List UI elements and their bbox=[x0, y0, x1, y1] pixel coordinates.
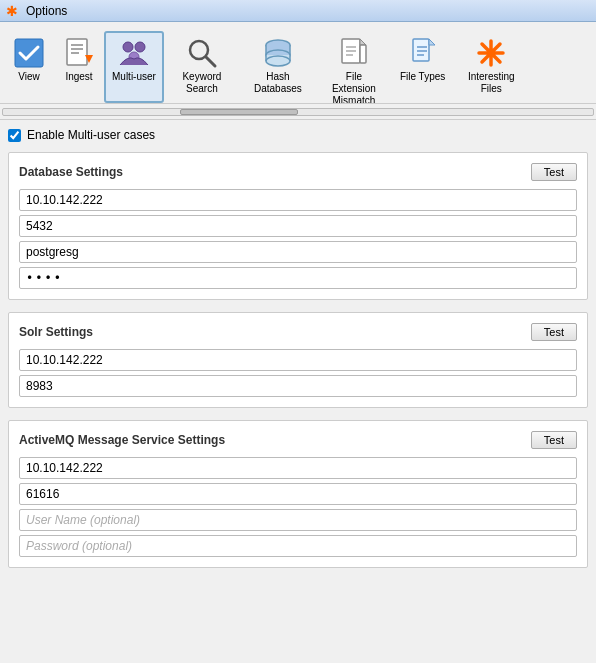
svg-rect-22 bbox=[413, 39, 429, 61]
db-password-input[interactable] bbox=[19, 267, 577, 289]
solr-host-input[interactable] bbox=[19, 349, 577, 371]
activemq-settings-header: ActiveMQ Message Service Settings Test bbox=[19, 431, 577, 449]
toolbar-item-hash-databases[interactable]: Hash Databases bbox=[240, 31, 316, 103]
svg-marker-23 bbox=[429, 39, 435, 45]
hash-databases-label: Hash Databases bbox=[248, 71, 308, 95]
enable-multiuser-checkbox[interactable] bbox=[8, 129, 21, 142]
multiuser-icon bbox=[118, 37, 150, 69]
interesting-files-label: Interesting Files bbox=[461, 71, 521, 95]
keyword-search-icon bbox=[186, 37, 218, 69]
activemq-settings-group: ActiveMQ Message Service Settings Test bbox=[8, 420, 588, 568]
interesting-files-icon bbox=[475, 37, 507, 69]
svg-point-15 bbox=[266, 56, 290, 66]
title-bar: ✱ Options bbox=[0, 0, 596, 22]
scrollbar-track[interactable] bbox=[2, 108, 594, 116]
solr-settings-group: Solr Settings Test bbox=[8, 312, 588, 408]
view-label: View bbox=[18, 71, 40, 83]
toolbar-item-file-extension-mismatch[interactable]: File Extension Mismatch bbox=[316, 31, 392, 103]
database-settings-header: Database Settings Test bbox=[19, 163, 577, 181]
file-extension-mismatch-icon bbox=[338, 37, 370, 69]
database-settings-title: Database Settings bbox=[19, 165, 123, 179]
view-icon bbox=[13, 37, 45, 69]
file-types-label: File Types bbox=[400, 71, 445, 83]
main-content: Enable Multi-user cases Database Setting… bbox=[0, 120, 596, 663]
db-user-input[interactable] bbox=[19, 241, 577, 263]
scrollbar-thumb[interactable] bbox=[180, 109, 298, 115]
svg-rect-18 bbox=[360, 45, 366, 63]
toolbar: View Ingest Multi-user bbox=[0, 22, 596, 104]
solr-settings-header: Solr Settings Test bbox=[19, 323, 577, 341]
database-settings-group: Database Settings Test bbox=[8, 152, 588, 300]
svg-point-6 bbox=[123, 42, 133, 52]
window-title: Options bbox=[26, 4, 67, 18]
toolbar-item-keyword-search[interactable]: Keyword Search bbox=[164, 31, 240, 103]
svg-rect-1 bbox=[67, 39, 87, 65]
toolbar-item-interesting-files[interactable]: Interesting Files bbox=[453, 31, 529, 103]
toolbar-scrollbar[interactable] bbox=[0, 104, 596, 120]
solr-test-button[interactable]: Test bbox=[531, 323, 577, 341]
ingest-label: Ingest bbox=[65, 71, 92, 83]
ingest-icon bbox=[63, 37, 95, 69]
mq-host-input[interactable] bbox=[19, 457, 577, 479]
mq-port-input[interactable] bbox=[19, 483, 577, 505]
activemq-test-button[interactable]: Test bbox=[531, 431, 577, 449]
file-extension-mismatch-label: File Extension Mismatch bbox=[324, 71, 384, 104]
toolbar-item-file-types[interactable]: File Types bbox=[392, 31, 453, 103]
solr-port-input[interactable] bbox=[19, 375, 577, 397]
toolbar-item-ingest[interactable]: Ingest bbox=[54, 31, 104, 103]
activemq-settings-title: ActiveMQ Message Service Settings bbox=[19, 433, 225, 447]
multiuser-label: Multi-user bbox=[112, 71, 156, 83]
hash-databases-icon bbox=[262, 37, 294, 69]
svg-marker-17 bbox=[360, 39, 366, 45]
db-port-input[interactable] bbox=[19, 215, 577, 237]
db-host-input[interactable] bbox=[19, 189, 577, 211]
svg-point-7 bbox=[135, 42, 145, 52]
app-icon: ✱ bbox=[6, 3, 22, 19]
svg-line-10 bbox=[206, 57, 215, 66]
toolbar-item-view[interactable]: View bbox=[4, 31, 54, 103]
enable-multiuser-label: Enable Multi-user cases bbox=[27, 128, 155, 142]
file-types-icon bbox=[407, 37, 439, 69]
enable-multiuser-row: Enable Multi-user cases bbox=[8, 128, 588, 142]
mq-password-input[interactable] bbox=[19, 535, 577, 557]
mq-user-input[interactable] bbox=[19, 509, 577, 531]
keyword-search-label: Keyword Search bbox=[172, 71, 232, 95]
database-test-button[interactable]: Test bbox=[531, 163, 577, 181]
solr-settings-title: Solr Settings bbox=[19, 325, 93, 339]
toolbar-item-multiuser[interactable]: Multi-user bbox=[104, 31, 164, 103]
